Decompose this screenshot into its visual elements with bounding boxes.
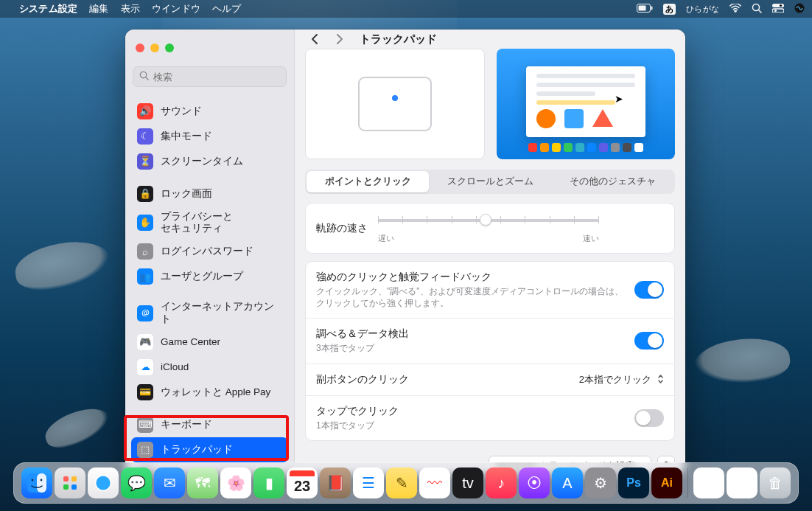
dock-messages[interactable]: 💬 [121, 467, 152, 498]
menu-window[interactable]: ウインドウ [152, 2, 200, 15]
dock-mail[interactable]: ✉︎ [154, 467, 185, 498]
search-field[interactable] [133, 66, 287, 87]
tab-more-gestures[interactable]: その他のジェスチャ [551, 171, 673, 192]
sidebar-item-label: ウォレットと Apple Pay [161, 386, 282, 398]
dock-recent-1[interactable] [693, 467, 724, 498]
sidebar-item-login[interactable]: ⌕ログインパスワード [131, 239, 288, 264]
control-center-icon[interactable] [772, 4, 784, 15]
trackpad-glyph [358, 77, 432, 131]
dock: 💬 ✉︎ 🗺︎ 🌸 ▮ 23 📕 ☰ ✎ 〰︎ tv ♪ ⦿ A ⚙︎ Ps A… [13, 462, 799, 504]
sidebar-item-label: iCloud [161, 361, 282, 373]
tab-segmented-control[interactable]: ポイントとクリック スクロールとズーム その他のジェスチャ [305, 170, 675, 194]
spotlight-icon[interactable] [752, 3, 762, 15]
lock-icon: 🔒 [137, 186, 153, 202]
calendar-day: 23 [294, 478, 310, 495]
svg-point-14 [32, 479, 34, 482]
window-close-button[interactable] [136, 44, 144, 52]
tab-scroll-and-zoom[interactable]: スクロールとズーム [429, 171, 551, 192]
updown-icon [657, 374, 664, 386]
sidebar-item-label: 集中モード [161, 131, 282, 142]
hand-icon: ✋ [137, 215, 153, 231]
sidebar-item-keyboard[interactable]: ⌨︎キーボード [131, 412, 288, 437]
at-icon: ＠ [137, 305, 153, 321]
dock-photos[interactable]: 🌸 [220, 467, 251, 498]
gesture-preview: ➤ [497, 49, 675, 159]
siri-icon[interactable] [794, 3, 805, 15]
nav-forward-button[interactable] [330, 29, 349, 49]
dock-appstore[interactable]: A [552, 467, 583, 498]
nav-back-button[interactable] [305, 29, 324, 49]
hourglass-icon: ⏳ [137, 153, 153, 170]
dock-finder[interactable] [21, 467, 52, 498]
sidebar-item-focus[interactable]: ☾集中モード [131, 124, 288, 149]
dock-facetime[interactable]: ▮ [253, 467, 284, 498]
dock-notes[interactable]: ✎ [386, 467, 417, 498]
menu-edit[interactable]: 編集 [89, 2, 108, 15]
svg-point-10 [140, 72, 146, 77]
window-minimize-button[interactable] [150, 44, 159, 52]
search-input[interactable] [153, 72, 280, 83]
svg-line-11 [146, 77, 148, 80]
dock-podcasts[interactable]: ⦿ [519, 467, 550, 498]
sidebar-item-gc[interactable]: 🎮Game Center [131, 330, 288, 355]
cloud-icon: ☁︎ [137, 359, 153, 375]
tab-point-and-click[interactable]: ポイントとクリック [307, 171, 429, 192]
dock-safari[interactable] [88, 467, 119, 498]
system-settings-window: 🔊サウンド☾集中モード⏳スクリーンタイム🔒ロック画面✋プライバシーと セキュリテ… [125, 29, 685, 474]
sidebar-item-label: サウンド [161, 105, 282, 117]
svg-rect-18 [63, 484, 69, 490]
dock-launchpad[interactable] [55, 467, 85, 498]
sidebar-item-wallet[interactable]: 💳ウォレットと Apple Pay [131, 380, 288, 405]
sidebar-item-label: ログインパスワード [161, 246, 282, 257]
dock-illustrator[interactable]: Ai [651, 467, 682, 498]
sidebar-item-icloud[interactable]: ☁︎iCloud [131, 355, 288, 380]
battery-icon[interactable] [637, 4, 653, 15]
dock-freeform[interactable]: 〰︎ [419, 467, 450, 498]
dock-calendar[interactable]: 23 [287, 467, 318, 498]
sidebar-item-label: ユーザとグループ [161, 271, 282, 282]
moon-icon: ☾ [137, 128, 153, 145]
wifi-icon[interactable] [729, 4, 741, 15]
dock-photoshop[interactable]: Ps [618, 467, 649, 498]
tap-to-click-switch[interactable] [634, 409, 664, 427]
dock-trash[interactable]: 🗑︎ [760, 467, 791, 498]
menu-view[interactable]: 表示 [121, 2, 140, 15]
app-menu[interactable]: システム設定 [19, 2, 77, 15]
sidebar-item-screentime[interactable]: ⏳スクリーンタイム [131, 149, 288, 174]
sidebar-item-privacy[interactable]: ✋プライバシーと セキュリティ [131, 206, 288, 239]
trackpad-icon: ⬚ [137, 442, 153, 458]
tracking-speed-slider[interactable] [378, 212, 599, 230]
dock-reminders[interactable]: ☰ [353, 467, 384, 498]
secondary-click-value: 2本指でクリック [579, 373, 651, 386]
sidebar-item-inet[interactable]: ＠インターネットアカウント [131, 296, 288, 329]
menu-help[interactable]: ヘルプ [212, 2, 242, 15]
svg-rect-2 [651, 6, 652, 10]
sidebar-item-label: プライバシーと セキュリティ [161, 211, 282, 234]
dock-contacts[interactable]: 📕 [320, 467, 351, 498]
window-zoom-button[interactable] [165, 44, 174, 52]
ime-badge[interactable]: あ [663, 4, 676, 15]
sidebar-item-sound[interactable]: 🔊サウンド [131, 99, 288, 124]
sidebar-item-lock[interactable]: 🔒ロック画面 [131, 181, 288, 206]
dock-tv[interactable]: tv [452, 467, 483, 498]
sidebar-item-label: インターネットアカウント [161, 301, 282, 324]
ime-label: ひらがな [686, 4, 719, 15]
svg-rect-13 [37, 473, 46, 493]
dock-recent-2[interactable] [727, 467, 757, 498]
svg-line-4 [759, 10, 761, 13]
sidebar-item-trackpad[interactable]: ⬚トラックパッド [131, 437, 288, 462]
force-click-title: 強めのクリックと触覚フィードバック [316, 271, 624, 284]
secondary-click-popup[interactable]: 2本指でクリック [579, 373, 664, 386]
lookup-title: 調べる＆データ検出 [316, 327, 624, 341]
lookup-switch[interactable] [634, 332, 664, 350]
wallet-icon: 💳 [137, 384, 153, 400]
tap-to-click-title: タップでクリック [316, 405, 624, 418]
key-icon: ⌕ [137, 243, 153, 260]
sidebar-item-users[interactable]: 👥ユーザとグループ [131, 264, 288, 289]
svg-rect-16 [63, 476, 69, 482]
force-click-switch[interactable] [634, 281, 664, 299]
dock-music[interactable]: ♪ [486, 467, 517, 498]
content-pane: トラックパッド ➤ [295, 29, 685, 474]
dock-system-settings[interactable]: ⚙︎ [585, 467, 616, 498]
dock-maps[interactable]: 🗺︎ [187, 467, 218, 498]
